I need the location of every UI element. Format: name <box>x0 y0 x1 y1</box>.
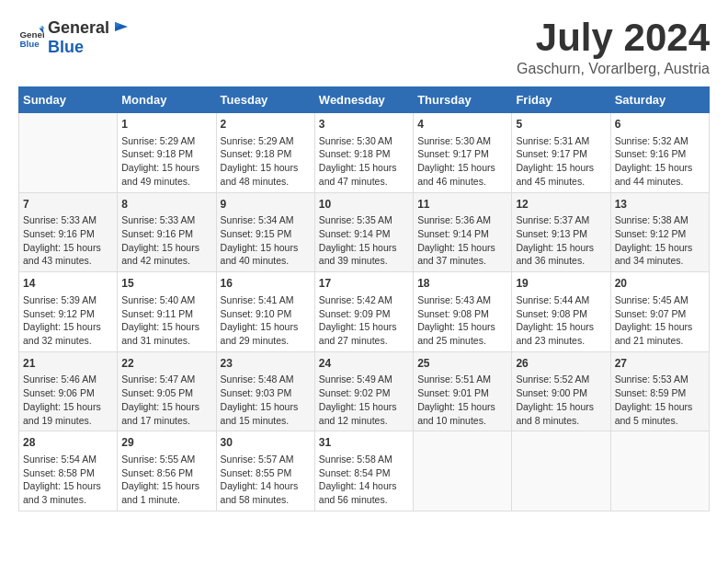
calendar-cell: 14Sunrise: 5:39 AM Sunset: 9:12 PM Dayli… <box>19 272 118 352</box>
day-number: 27 <box>615 356 705 372</box>
day-number: 5 <box>516 117 606 132</box>
logo-text-general: General <box>48 18 109 38</box>
header-sunday: Sunday <box>19 87 118 113</box>
calendar-cell: 31Sunrise: 5:58 AM Sunset: 8:54 PM Dayli… <box>314 431 413 511</box>
day-number: 30 <box>221 435 311 451</box>
day-info: Sunrise: 5:32 AM Sunset: 9:16 PM Dayligh… <box>615 134 705 189</box>
calendar-cell: 28Sunrise: 5:54 AM Sunset: 8:58 PM Dayli… <box>19 431 118 511</box>
day-info: Sunrise: 5:57 AM Sunset: 8:55 PM Dayligh… <box>221 453 311 507</box>
calendar-cell: 16Sunrise: 5:41 AM Sunset: 9:10 PM Dayli… <box>216 272 314 352</box>
day-number: 12 <box>516 197 606 213</box>
day-number: 4 <box>417 117 507 132</box>
day-info: Sunrise: 5:37 AM Sunset: 9:13 PM Dayligh… <box>516 213 606 268</box>
day-info: Sunrise: 5:58 AM Sunset: 8:54 PM Dayligh… <box>319 453 409 507</box>
calendar-cell: 5Sunrise: 5:31 AM Sunset: 9:17 PM Daylig… <box>512 113 610 193</box>
calendar-header-row: SundayMondayTuesdayWednesdayThursdayFrid… <box>19 87 710 113</box>
day-info: Sunrise: 5:33 AM Sunset: 9:16 PM Dayligh… <box>121 213 211 268</box>
calendar-week-row: 14Sunrise: 5:39 AM Sunset: 9:12 PM Dayli… <box>19 272 710 352</box>
header-friday: Friday <box>512 87 610 113</box>
calendar-cell: 22Sunrise: 5:47 AM Sunset: 9:05 PM Dayli… <box>118 351 216 431</box>
day-number: 18 <box>417 276 507 292</box>
calendar-cell: 24Sunrise: 5:49 AM Sunset: 9:02 PM Dayli… <box>314 351 413 431</box>
day-number: 3 <box>319 117 409 132</box>
calendar-cell: 25Sunrise: 5:51 AM Sunset: 9:01 PM Dayli… <box>414 351 512 431</box>
day-info: Sunrise: 5:55 AM Sunset: 8:56 PM Dayligh… <box>121 453 211 507</box>
day-info: Sunrise: 5:34 AM Sunset: 9:15 PM Dayligh… <box>221 213 311 268</box>
page-header: General Blue General Blue July 2024 Gasc… <box>18 18 710 77</box>
day-info: Sunrise: 5:48 AM Sunset: 9:03 PM Dayligh… <box>221 373 311 427</box>
day-info: Sunrise: 5:41 AM Sunset: 9:10 PM Dayligh… <box>221 293 311 348</box>
logo: General Blue General Blue <box>18 18 128 57</box>
calendar-cell: 9Sunrise: 5:34 AM Sunset: 9:15 PM Daylig… <box>216 192 314 272</box>
day-info: Sunrise: 5:36 AM Sunset: 9:14 PM Dayligh… <box>417 213 507 268</box>
day-number: 16 <box>221 276 311 292</box>
calendar-cell: 17Sunrise: 5:42 AM Sunset: 9:09 PM Dayli… <box>314 272 413 352</box>
calendar-week-row: 7Sunrise: 5:33 AM Sunset: 9:16 PM Daylig… <box>19 192 710 272</box>
calendar-cell: 8Sunrise: 5:33 AM Sunset: 9:16 PM Daylig… <box>118 192 216 272</box>
calendar-cell: 13Sunrise: 5:38 AM Sunset: 9:12 PM Dayli… <box>610 192 709 272</box>
day-info: Sunrise: 5:53 AM Sunset: 8:59 PM Dayligh… <box>615 373 705 427</box>
day-number: 9 <box>221 197 311 213</box>
calendar-cell: 4Sunrise: 5:30 AM Sunset: 9:17 PM Daylig… <box>414 113 512 193</box>
calendar-week-row: 28Sunrise: 5:54 AM Sunset: 8:58 PM Dayli… <box>19 431 710 511</box>
day-number: 28 <box>23 435 113 451</box>
calendar-cell <box>414 431 512 511</box>
day-info: Sunrise: 5:43 AM Sunset: 9:08 PM Dayligh… <box>417 293 507 348</box>
calendar-cell <box>512 431 610 511</box>
day-number: 10 <box>319 197 409 213</box>
main-title: July 2024 <box>517 18 710 57</box>
day-number: 31 <box>319 435 409 451</box>
day-info: Sunrise: 5:33 AM Sunset: 9:16 PM Dayligh… <box>23 213 113 268</box>
day-number: 20 <box>615 276 705 292</box>
day-info: Sunrise: 5:40 AM Sunset: 9:11 PM Dayligh… <box>121 293 211 348</box>
day-number: 26 <box>516 356 606 372</box>
day-number: 21 <box>23 356 113 372</box>
subtitle: Gaschurn, Vorarlberg, Austria <box>517 61 710 77</box>
day-info: Sunrise: 5:54 AM Sunset: 8:58 PM Dayligh… <box>23 453 113 507</box>
day-info: Sunrise: 5:42 AM Sunset: 9:09 PM Dayligh… <box>319 293 409 348</box>
calendar-cell <box>19 113 118 193</box>
calendar-cell: 6Sunrise: 5:32 AM Sunset: 9:16 PM Daylig… <box>610 113 709 193</box>
logo-text-blue: Blue <box>48 38 84 56</box>
day-info: Sunrise: 5:47 AM Sunset: 9:05 PM Dayligh… <box>121 373 211 427</box>
calendar-cell: 3Sunrise: 5:30 AM Sunset: 9:18 PM Daylig… <box>314 113 413 193</box>
day-info: Sunrise: 5:30 AM Sunset: 9:17 PM Dayligh… <box>417 134 507 189</box>
day-number: 19 <box>516 276 606 292</box>
calendar-cell: 30Sunrise: 5:57 AM Sunset: 8:55 PM Dayli… <box>216 431 314 511</box>
day-info: Sunrise: 5:35 AM Sunset: 9:14 PM Dayligh… <box>319 213 409 268</box>
day-info: Sunrise: 5:31 AM Sunset: 9:17 PM Dayligh… <box>516 134 606 189</box>
day-number: 24 <box>319 356 409 372</box>
calendar-cell <box>610 431 709 511</box>
calendar-cell: 12Sunrise: 5:37 AM Sunset: 9:13 PM Dayli… <box>512 192 610 272</box>
calendar-cell: 2Sunrise: 5:29 AM Sunset: 9:18 PM Daylig… <box>216 113 314 193</box>
day-number: 17 <box>319 276 409 292</box>
calendar-cell: 11Sunrise: 5:36 AM Sunset: 9:14 PM Dayli… <box>414 192 512 272</box>
calendar-cell: 15Sunrise: 5:40 AM Sunset: 9:11 PM Dayli… <box>118 272 216 352</box>
day-number: 8 <box>121 197 211 213</box>
calendar-cell: 21Sunrise: 5:46 AM Sunset: 9:06 PM Dayli… <box>19 351 118 431</box>
day-info: Sunrise: 5:39 AM Sunset: 9:12 PM Dayligh… <box>23 293 113 348</box>
day-info: Sunrise: 5:30 AM Sunset: 9:18 PM Dayligh… <box>319 134 409 189</box>
day-number: 22 <box>121 356 211 372</box>
logo-flag-icon <box>111 20 128 37</box>
day-info: Sunrise: 5:44 AM Sunset: 9:08 PM Dayligh… <box>516 293 606 348</box>
day-info: Sunrise: 5:38 AM Sunset: 9:12 PM Dayligh… <box>615 213 705 268</box>
header-monday: Monday <box>118 87 216 113</box>
header-wednesday: Wednesday <box>314 87 413 113</box>
calendar-cell: 7Sunrise: 5:33 AM Sunset: 9:16 PM Daylig… <box>19 192 118 272</box>
calendar-table: SundayMondayTuesdayWednesdayThursdayFrid… <box>18 86 710 511</box>
day-info: Sunrise: 5:45 AM Sunset: 9:07 PM Dayligh… <box>615 293 705 348</box>
title-block: July 2024 Gaschurn, Vorarlberg, Austria <box>517 18 710 77</box>
day-info: Sunrise: 5:52 AM Sunset: 9:00 PM Dayligh… <box>516 373 606 427</box>
header-thursday: Thursday <box>414 87 512 113</box>
day-info: Sunrise: 5:51 AM Sunset: 9:01 PM Dayligh… <box>417 373 507 427</box>
svg-text:Blue: Blue <box>19 39 40 49</box>
calendar-cell: 27Sunrise: 5:53 AM Sunset: 8:59 PM Dayli… <box>610 351 709 431</box>
calendar-cell: 26Sunrise: 5:52 AM Sunset: 9:00 PM Dayli… <box>512 351 610 431</box>
day-number: 11 <box>417 197 507 213</box>
day-number: 23 <box>221 356 311 372</box>
day-info: Sunrise: 5:29 AM Sunset: 9:18 PM Dayligh… <box>121 134 211 189</box>
day-number: 14 <box>23 276 113 292</box>
calendar-cell: 20Sunrise: 5:45 AM Sunset: 9:07 PM Dayli… <box>610 272 709 352</box>
calendar-cell: 10Sunrise: 5:35 AM Sunset: 9:14 PM Dayli… <box>314 192 413 272</box>
